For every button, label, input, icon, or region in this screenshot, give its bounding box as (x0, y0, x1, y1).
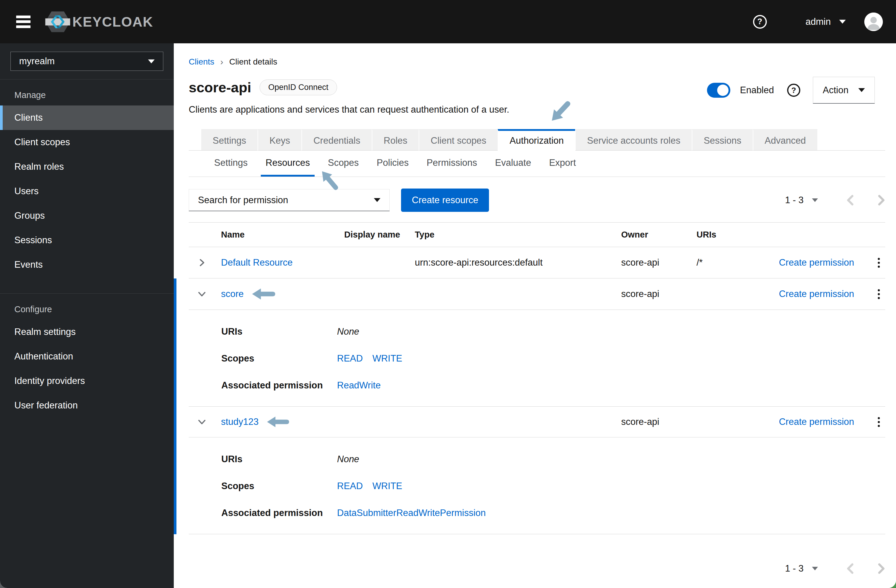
pagination-bottom: 1 - 3 (189, 560, 885, 577)
user-menu[interactable]: admin (806, 17, 846, 27)
detail-label-uris: URIs (221, 326, 337, 337)
realm-selector[interactable]: myrealm (11, 52, 163, 71)
subtab-resources[interactable]: Resources (261, 150, 315, 176)
pagination-top: 1 - 3 (785, 194, 885, 206)
sidebar-item-users[interactable]: Users (0, 179, 174, 204)
sidebar-item-identity-providers[interactable]: Identity providers (0, 369, 174, 393)
pagination-next-icon[interactable] (878, 194, 885, 206)
sidebar-item-realm-settings[interactable]: Realm settings (0, 320, 174, 344)
pagination-range: 1 - 3 (785, 563, 804, 574)
expand-toggle-collapsed-icon[interactable] (189, 259, 215, 266)
sidebar-item-groups[interactable]: Groups (0, 204, 174, 228)
enabled-toggle[interactable] (707, 83, 730, 98)
detail-label-scopes: Scopes (221, 481, 337, 491)
pagination-prev-icon[interactable] (846, 194, 854, 206)
masthead: KEYCLOAK ? admin (0, 0, 896, 43)
action-dropdown-label: Action (823, 85, 849, 96)
person-icon (864, 12, 883, 31)
detail-label-permission: Associated permission (221, 380, 337, 391)
cell-owner: score-api (615, 257, 690, 268)
expand-toggle-expanded-icon[interactable] (189, 418, 215, 426)
scope-link-write[interactable]: WRITE (372, 353, 402, 364)
hamburger-menu-icon[interactable] (16, 15, 30, 28)
help-icon[interactable]: ? (753, 15, 767, 29)
pagination-next-icon[interactable] (878, 562, 885, 574)
create-permission-link[interactable]: Create permission (779, 289, 854, 299)
resource-link-score[interactable]: score (221, 289, 244, 299)
tab-service-accounts-roles[interactable]: Service accounts roles (575, 129, 692, 150)
column-header-display-name: Display name (338, 230, 409, 240)
nav-section-title-configure: Configure (0, 294, 174, 320)
resource-link-default[interactable]: Default Resource (221, 257, 293, 268)
brand-text: KEYCLOAK (72, 14, 153, 30)
column-header-uris: URIs (690, 230, 747, 240)
column-header-owner: Owner (615, 230, 690, 240)
detail-label-scopes: Scopes (221, 353, 337, 364)
pagination-caret-icon[interactable] (812, 198, 818, 202)
keycloak-admin-console: KEYCLOAK ? admin myrealm (0, 0, 896, 588)
question-circle-icon[interactable]: ? (787, 84, 800, 97)
sidebar-item-realm-roles[interactable]: Realm roles (0, 155, 174, 179)
scope-link-read[interactable]: READ (337, 353, 363, 364)
sidebar-item-user-federation[interactable]: User federation (0, 393, 174, 418)
sidebar-item-events[interactable]: Events (0, 252, 174, 277)
kebab-menu-icon[interactable] (872, 417, 885, 427)
realm-selector-value: myrealm (19, 56, 55, 67)
tab-credentials[interactable]: Credentials (302, 129, 372, 150)
primary-tabs: Settings Keys Credentials Roles Client s… (189, 129, 885, 150)
chevron-down-icon (374, 198, 380, 202)
associated-permission-link[interactable]: DataSubmitterReadWritePermission (337, 507, 486, 518)
tab-client-scopes[interactable]: Client scopes (419, 129, 498, 150)
tab-advanced[interactable]: Advanced (753, 129, 817, 150)
tab-authorization[interactable]: Authorization (498, 129, 575, 150)
row-details-score: URIs None Scopes READ WRITE Associated p… (189, 310, 885, 407)
search-input[interactable]: Search for permission (189, 189, 390, 211)
cell-owner: score-api (615, 289, 690, 299)
subtab-evaluate[interactable]: Evaluate (490, 150, 536, 176)
keycloak-logo: KEYCLOAK (45, 10, 153, 33)
avatar[interactable] (864, 12, 883, 31)
tab-settings[interactable]: Settings (201, 129, 258, 150)
associated-permission-link[interactable]: ReadWrite (337, 380, 381, 391)
nav-manage: Clients Client scopes Realm roles Users … (0, 105, 174, 277)
sidebar-item-clients[interactable]: Clients (0, 105, 174, 130)
tab-roles[interactable]: Roles (372, 129, 419, 150)
cell-owner: score-api (615, 416, 690, 427)
annotation-arrow-study123 (267, 416, 292, 428)
scope-link-read[interactable]: READ (337, 481, 363, 491)
column-header-name: Name (215, 230, 338, 240)
keycloak-logo-icon (45, 10, 70, 33)
enabled-label: Enabled (740, 85, 774, 96)
table-row-default-resource: Default Resource urn:score-api:resources… (189, 247, 885, 278)
action-dropdown[interactable]: Action (813, 77, 875, 104)
pagination-caret-icon[interactable] (812, 567, 818, 570)
sidebar-item-sessions[interactable]: Sessions (0, 228, 174, 252)
scope-link-write[interactable]: WRITE (372, 481, 402, 491)
sidebar-item-client-scopes[interactable]: Client scopes (0, 130, 174, 155)
resource-link-study123[interactable]: study123 (221, 416, 259, 427)
create-resource-button[interactable]: Create resource (401, 188, 489, 212)
tab-sessions[interactable]: Sessions (692, 129, 753, 150)
expand-toggle-expanded-icon[interactable] (189, 290, 215, 298)
annotation-arrow-score (252, 288, 278, 300)
create-permission-link[interactable]: Create permission (779, 257, 854, 268)
kebab-menu-icon[interactable] (872, 258, 885, 268)
subtab-policies[interactable]: Policies (372, 150, 414, 176)
subtab-export[interactable]: Export (544, 150, 581, 176)
pagination-prev-icon[interactable] (846, 562, 854, 574)
tab-keys[interactable]: Keys (258, 129, 302, 150)
sidebar: myrealm Manage Clients Client scopes Rea… (0, 43, 174, 588)
protocol-badge: OpenID Connect (260, 79, 337, 95)
sidebar-item-authentication[interactable]: Authentication (0, 344, 174, 369)
header-controls: Enabled ? Action (707, 77, 875, 104)
cell-type: urn:score-api:resources:default (409, 257, 615, 268)
username: admin (806, 17, 831, 27)
nav-section-title-manage: Manage (0, 79, 174, 105)
create-permission-link[interactable]: Create permission (779, 416, 854, 427)
chevron-down-icon (839, 20, 846, 24)
subtab-permissions[interactable]: Permissions (422, 150, 482, 176)
breadcrumb-clients-link[interactable]: Clients (189, 57, 215, 67)
subtab-settings[interactable]: Settings (209, 150, 252, 176)
kebab-menu-icon[interactable] (872, 289, 885, 299)
detail-value-uris: None (337, 454, 359, 465)
